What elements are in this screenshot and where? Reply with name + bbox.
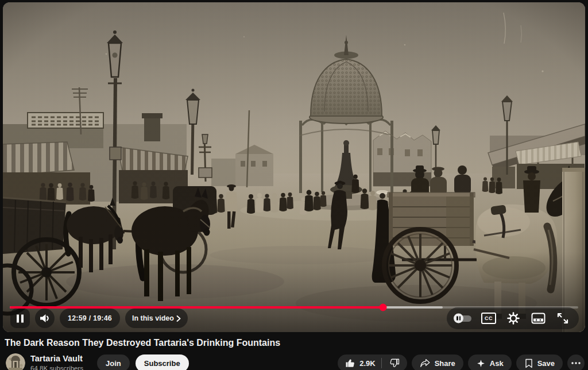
cc-icon: CC <box>481 313 496 324</box>
like-button[interactable]: 2.9K <box>338 354 381 370</box>
volume-icon <box>40 314 51 323</box>
sparkle-icon <box>476 359 486 368</box>
dislike-button[interactable] <box>382 354 407 370</box>
channel-meta[interactable]: Tartaria Vault 64.8K subscribers <box>30 354 83 370</box>
youtube-watch-page: 12:59 / 19:46 In this video CC <box>0 0 588 370</box>
chevron-right-icon <box>176 315 181 322</box>
player-controls-right: CC <box>447 307 579 329</box>
thumbs-up-icon <box>345 358 355 368</box>
ellipsis-icon <box>571 362 581 364</box>
join-button[interactable]: Join <box>97 354 130 370</box>
autoplay-toggle[interactable] <box>455 315 471 322</box>
subscriber-count: 64.8K subscribers <box>30 365 83 370</box>
channel-row: Tartaria Vault 64.8K subscribers Join Su… <box>6 353 585 370</box>
miniplayer-button[interactable] <box>531 311 546 325</box>
chapter-chip[interactable]: In this video <box>125 309 188 328</box>
video-player[interactable]: 12:59 / 19:46 In this video CC <box>3 2 585 332</box>
video-title: The Dark Reason They Destroyed Tartaria'… <box>5 337 583 349</box>
progress-scrubber[interactable] <box>380 304 387 311</box>
subscribe-button[interactable]: Subscribe <box>136 354 189 370</box>
pause-icon <box>16 314 24 323</box>
like-dislike-pill: 2.9K <box>338 354 407 370</box>
pause-button[interactable] <box>10 309 30 328</box>
share-label: Share <box>435 359 455 368</box>
share-icon <box>420 359 431 368</box>
ask-label: Ask <box>490 359 504 368</box>
action-buttons: 2.9K Share <box>338 354 585 370</box>
autoplay-pause-icon <box>454 314 463 323</box>
save-button[interactable]: Save <box>516 354 563 370</box>
channel-avatar[interactable] <box>6 353 25 370</box>
bookmark-icon <box>524 359 533 368</box>
player-controls-left: 12:59 / 19:46 In this video <box>10 309 188 328</box>
share-button[interactable]: Share <box>412 354 463 370</box>
like-count: 2.9K <box>359 359 375 368</box>
video-info-section: The Dark Reason They Destroyed Tartaria'… <box>0 332 588 370</box>
autoplay-track <box>455 315 471 322</box>
subtitles-button[interactable]: CC <box>481 311 496 325</box>
settings-button[interactable] <box>506 311 521 325</box>
thumbs-down-icon <box>389 358 400 368</box>
avatar-image <box>6 353 25 370</box>
chapter-chip-label: In this video <box>132 314 174 322</box>
ask-button[interactable]: Ask <box>468 354 512 370</box>
channel-name: Tartaria Vault <box>30 354 83 364</box>
more-actions-button[interactable] <box>567 354 585 370</box>
fullscreen-icon <box>556 312 569 325</box>
time-display: 12:59 / 19:46 <box>60 309 120 328</box>
volume-button[interactable] <box>35 309 55 328</box>
save-label: Save <box>537 359 555 368</box>
gear-icon <box>507 312 520 325</box>
fullscreen-button[interactable] <box>555 311 570 325</box>
time-text: 12:59 / 19:46 <box>68 314 112 322</box>
miniplayer-icon <box>531 313 546 324</box>
